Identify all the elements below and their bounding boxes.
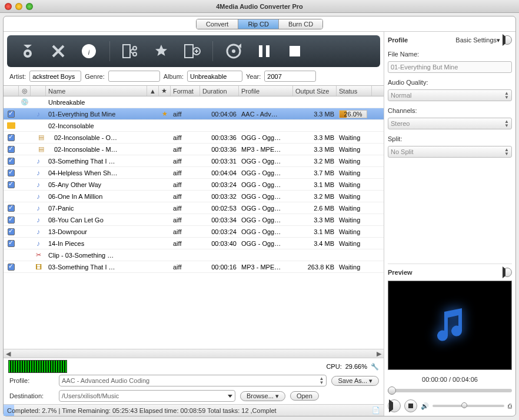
add-profile-icon[interactable] [182,41,202,61]
split-select[interactable]: No Split▲▼ [388,146,512,158]
volume-icon[interactable]: 🔊 [421,402,429,410]
minimize-button[interactable] [15,3,22,10]
col-name[interactable]: Name [48,88,65,95]
track-name: 03-Something That I … [46,158,147,165]
volume-slider[interactable] [432,405,504,407]
rip-action-icon[interactable] [224,41,244,61]
profile-cell: MP3 - MPE… [239,264,293,271]
profile-combo[interactable]: AAC - Advanced Audio Coding▲▼ [59,375,327,386]
music-file-icon: ♪ [36,228,40,236]
col-output-size[interactable]: Output Size [293,86,337,96]
log-icon[interactable]: 📄 [372,406,380,414]
table-row[interactable]: ✂Clip - 03-Something … [4,249,384,261]
col-status[interactable]: Status [337,86,372,96]
load-cd-icon[interactable] [18,41,38,61]
row-checkbox[interactable] [8,134,15,141]
status-cell: Waiting [337,264,372,271]
track-name: 01-Everything But Mine [46,111,147,118]
artist-input[interactable] [29,71,81,82]
format-cell: aiff [171,111,200,118]
col-profile[interactable]: Profile [239,86,293,96]
music-file-icon: ♪ [36,157,40,165]
genre-input[interactable] [108,71,160,82]
tab-burn-cd[interactable]: Burn CD [279,19,322,29]
tab-convert[interactable]: Convert [197,19,239,29]
row-checkbox[interactable] [8,228,15,235]
row-checkbox[interactable] [8,181,15,188]
table-row[interactable]: ♪14-In Piecesaiff00:03:40OGG - Ogg…3.4 M… [4,238,384,249]
table-row[interactable]: 02-Inconsolable [4,120,384,132]
track-name: 05-Any Other Way [46,181,147,188]
table-row[interactable]: 💿Unbreakable [4,96,384,108]
snapshot-icon[interactable]: ⎙ [508,402,512,409]
table-row[interactable]: ♪01-Everything But Mine★aiff00:04:06AAC … [4,108,384,120]
channels-select[interactable]: Stereo▲▼ [388,118,512,129]
effects-star-icon[interactable] [151,41,171,61]
status-cell: Waiting [337,146,372,153]
save-as-button[interactable]: Save As... ▾ [331,376,379,386]
tab-rip-cd[interactable]: Rip CD [238,19,278,29]
star-icon: ★ [159,110,171,118]
preview-expand-icon[interactable] [503,268,512,277]
browse-button[interactable]: Browse... ▾ [240,391,285,401]
row-checkbox[interactable] [8,205,15,212]
open-button[interactable]: Open [290,391,319,401]
status-text: Completed: 2.7% | Time Remaining: 05:25:… [7,407,277,414]
row-checkbox[interactable] [8,240,15,247]
duration-cell: 00:03:24 [200,181,239,188]
zoom-button[interactable] [26,3,33,10]
pause-icon[interactable] [254,41,274,61]
duration-cell: 00:00:16 [200,264,239,271]
table-row[interactable]: ♪03-Something That I …aiff00:03:31OGG - … [4,155,384,167]
horizontal-scrollbar[interactable]: ◀ ▶ [4,349,384,358]
table-row[interactable]: ♪08-You Can Let Goaiff00:03:34OGG - Ogg…… [4,214,384,226]
col-format[interactable]: Format [171,86,200,96]
clip-icon[interactable] [121,41,141,61]
info-icon[interactable]: i [79,41,99,61]
table-row[interactable]: ♪06-One In A Millionaiff00:03:32OGG - Og… [4,191,384,202]
filename-input[interactable] [388,61,512,73]
table-row[interactable]: ♪05-Any Other Wayaiff00:03:24OGG - Ogg…3… [4,179,384,191]
year-input[interactable] [264,71,316,82]
table-row[interactable]: ▤02-Inconsolable - O…aiff00:03:36OGG - O… [4,132,384,144]
status-cell: Waiting [337,181,372,188]
format-cell: aiff [171,134,200,141]
row-checkbox[interactable] [8,216,15,224]
destination-combo[interactable]: /Users/xilisoft/Music [59,390,235,402]
chevron-down-icon [228,395,232,398]
row-checkbox[interactable] [8,158,15,165]
album-input[interactable] [187,71,242,82]
column-headers[interactable]: ◎ Name ▲★ Format Duration Profile Output… [4,86,384,96]
row-checkbox[interactable] [8,264,15,271]
table-row[interactable]: ♪04-Helpless When Sh…aiff00:04:04OGG - O… [4,167,384,179]
preview-seek-slider[interactable] [388,389,512,392]
format-cell: aiff [171,181,200,188]
row-checkbox[interactable] [8,169,15,176]
play-button[interactable] [388,399,401,412]
duration-cell: 00:03:32 [200,193,239,200]
stop-preview-button[interactable] [404,399,417,412]
next-icon[interactable] [503,35,512,45]
col-duration[interactable]: Duration [200,86,239,96]
basic-settings-dropdown[interactable]: Basic Settings▾ [455,36,500,44]
scroll-left-icon[interactable]: ◀ [4,350,13,358]
size-cell: 3.1 MB [293,181,337,188]
table-row[interactable]: ♪13-Downpouraiff00:03:24OGG - Ogg…3.1 MB… [4,226,384,238]
wrench-icon[interactable]: 🔧 [371,363,379,371]
genre-label: Genre: [85,73,105,80]
track-name: 04-Helpless When Sh… [46,169,147,176]
status-cell: Waiting [337,205,372,212]
profile-cell: OGG - Ogg… [239,228,293,235]
stop-icon[interactable] [285,41,305,61]
close-button[interactable] [5,3,12,10]
remove-icon[interactable] [48,41,68,61]
audio-quality-select[interactable]: Normal▲▼ [388,89,512,101]
scroll-right-icon[interactable]: ▶ [374,350,384,358]
row-checkbox[interactable] [8,146,15,153]
table-row[interactable]: 🎞03-Something That I …aiff00:00:16MP3 - … [4,261,384,273]
music-file-icon: ♪ [36,169,40,177]
row-checkbox[interactable] [8,111,15,118]
table-row[interactable]: ▤02-Inconsolable - M…aiff00:03:36MP3 - M… [4,144,384,155]
table-row[interactable]: ♪07-Panicaiff00:02:53OGG - Ogg…2.6 MBWai… [4,202,384,214]
status-cell: Waiting [337,169,372,176]
